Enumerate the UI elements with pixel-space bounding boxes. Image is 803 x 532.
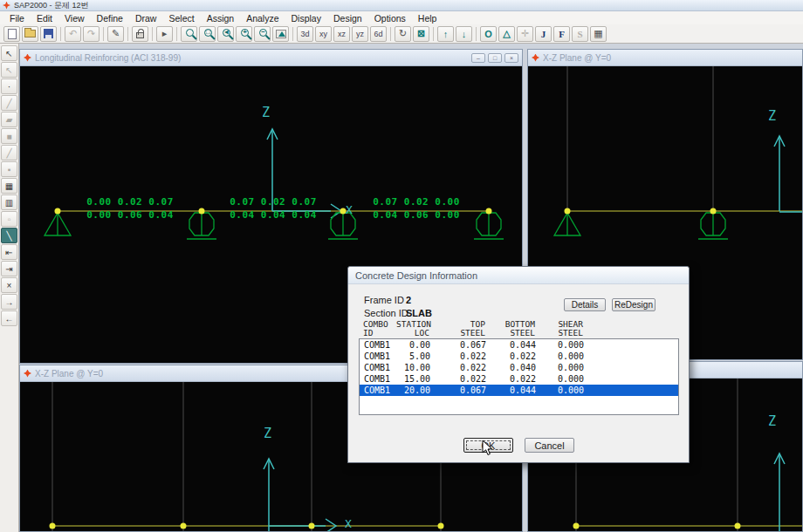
- nudge-right-icon[interactable]: ⇥: [1, 261, 17, 276]
- menu-edit[interactable]: Edit: [31, 13, 58, 24]
- set-display-options-icon[interactable]: ⊠: [413, 26, 429, 42]
- zoom-rubberband-icon[interactable]: [181, 26, 197, 42]
- view-yz-button[interactable]: yz: [352, 26, 368, 42]
- column-header: SHEAR STEEL: [535, 320, 583, 338]
- table-row[interactable]: COMB110.000.0220.0400.000: [360, 362, 678, 373]
- move-up-list-icon[interactable]: ↑: [437, 26, 454, 42]
- zoom-previous-icon[interactable]: ◂: [217, 26, 234, 42]
- menu-define[interactable]: Define: [91, 13, 129, 24]
- window-title: X-Z Plane @ Y=0: [543, 53, 799, 63]
- table-cell: 0.000: [536, 362, 584, 373]
- save-icon[interactable]: [40, 26, 57, 42]
- window-title-bar[interactable]: X-Z Plane @ Y=0: [528, 50, 802, 66]
- design-table[interactable]: COMB10.000.0670.0440.000COMB15.000.0220.…: [359, 338, 679, 415]
- cancel-button[interactable]: Cancel: [525, 438, 574, 453]
- menu-help[interactable]: Help: [412, 13, 443, 24]
- assign-restraint-icon[interactable]: △: [498, 26, 515, 42]
- menu-view[interactable]: View: [58, 13, 91, 24]
- maximize-icon[interactable]: □: [488, 53, 502, 63]
- joint-label-button[interactable]: J: [535, 26, 552, 42]
- quick-frame-tool-icon[interactable]: ╱: [1, 145, 17, 160]
- menu-design[interactable]: Design: [327, 13, 368, 24]
- table-row[interactable]: COMB15.000.0220.0220.000: [360, 351, 678, 362]
- dialog-title-bar[interactable]: Concrete Design Information: [348, 267, 689, 284]
- menu-analyze[interactable]: Analyze: [240, 13, 285, 24]
- minimize-icon[interactable]: –: [471, 53, 485, 63]
- column-header: STATION LOC: [396, 320, 429, 338]
- pin-support-icon: [45, 213, 71, 235]
- zoom-previous-icon: ◂: [223, 29, 230, 37]
- zoom-out-icon[interactable]: −: [254, 26, 271, 42]
- view-xz-button[interactable]: xz: [333, 26, 350, 42]
- step-back-icon[interactable]: ←: [1, 310, 17, 326]
- details-button[interactable]: Details: [564, 298, 606, 311]
- table-cell: 0.022: [486, 351, 536, 362]
- rotate-view-icon[interactable]: ↻: [395, 26, 411, 42]
- refresh-pencil-icon: ✎: [112, 28, 120, 39]
- close-icon[interactable]: ×: [504, 53, 518, 63]
- grid-display-icon[interactable]: ▦: [590, 26, 607, 42]
- table-cell: 5.00: [397, 351, 430, 362]
- draw-frame-tool-icon[interactable]: ╱: [1, 95, 17, 111]
- side-toolbar: ↖↖·╱▰■╱▪▦▥▫╲⇤⇥×→←: [0, 44, 19, 532]
- draw-joint-icon[interactable]: O: [480, 26, 497, 42]
- draw-point-tool-icon[interactable]: ·: [1, 78, 17, 94]
- delete-selection-icon[interactable]: ×: [1, 277, 17, 293]
- new-model-icon[interactable]: [3, 26, 20, 42]
- view-xz-button: xz: [338, 30, 346, 38]
- draw-poly-area-tool-icon[interactable]: ▰: [1, 112, 17, 127]
- pan-icon[interactable]: [272, 26, 289, 42]
- open-file-icon[interactable]: [22, 26, 38, 42]
- assign-spring-icon[interactable]: ✛: [517, 26, 533, 42]
- snap-to-point-icon[interactable]: ▥: [1, 194, 17, 210]
- menu-options[interactable]: Options: [368, 13, 412, 24]
- zoom-full-icon[interactable]: □: [199, 26, 216, 42]
- menu-select[interactable]: Select: [162, 13, 200, 24]
- refresh-pencil-icon[interactable]: ✎: [107, 26, 124, 42]
- menu-assign[interactable]: Assign: [201, 13, 241, 24]
- frame-label-button[interactable]: F: [553, 26, 570, 42]
- draw-rect-area-tool-icon[interactable]: ■: [1, 128, 17, 144]
- snap-to-grid-icon[interactable]: ▦: [1, 178, 17, 194]
- toolbar-separator: [476, 27, 477, 41]
- table-cell: 0.022: [430, 373, 486, 385]
- view-xy-button[interactable]: xy: [315, 26, 332, 42]
- app-title-bar[interactable]: SAP2000 - 문제 12번: [0, 0, 803, 11]
- table-cell: 0.040: [486, 362, 536, 373]
- lock-model-icon[interactable]: [132, 26, 148, 42]
- menu-bar: FileEditViewDefineDrawSelectAssignAnalyz…: [0, 11, 803, 24]
- z-axis-label: Z: [768, 110, 776, 123]
- zoom-out-icon: −: [259, 29, 267, 37]
- move-up-list-icon: ↑: [443, 29, 449, 39]
- run-analysis-icon[interactable]: ▸: [156, 26, 173, 42]
- redo-icon[interactable]: ↷: [83, 26, 100, 42]
- view-perspective-button[interactable]: 6d: [370, 26, 387, 42]
- concrete-design-information-dialog: Concrete Design Information Frame ID 2 S…: [347, 266, 690, 463]
- shell-label-button[interactable]: S: [572, 26, 588, 42]
- dialog-body: Frame ID 2 Section ID SLAB Details ReDes…: [348, 284, 689, 463]
- move-down-list-icon[interactable]: ↓: [456, 26, 472, 42]
- nudge-left-icon[interactable]: ⇤: [1, 244, 17, 260]
- select-object-tool-icon[interactable]: ↖: [1, 62, 17, 78]
- redesign-button[interactable]: ReDesign: [612, 298, 655, 311]
- table-row[interactable]: COMB115.000.0220.0220.000: [360, 373, 678, 385]
- snap-diagonal-icon[interactable]: ╲: [1, 228, 17, 243]
- sap2000-app-icon: [3, 2, 10, 10]
- window-title-bar[interactable]: Longitudinal Reinforcing (ACI 318-99) – …: [20, 50, 522, 66]
- zoom-in-icon[interactable]: +: [236, 26, 252, 42]
- quick-point-tool-icon[interactable]: ▪: [1, 161, 17, 177]
- menu-draw[interactable]: Draw: [129, 13, 163, 24]
- table-row[interactable]: COMB120.000.0670.0440.000: [360, 385, 678, 396]
- menu-file[interactable]: File: [3, 13, 31, 24]
- undo-icon[interactable]: ↶: [65, 26, 81, 42]
- pointer-tool-icon[interactable]: ↖: [1, 45, 17, 61]
- table-row[interactable]: COMB10.000.0670.0440.000: [360, 339, 678, 351]
- pin-support-icon: [554, 213, 580, 235]
- snap-to-line-icon[interactable]: ▫: [1, 211, 17, 227]
- new-model-icon: [8, 29, 17, 39]
- table-cell: 0.000: [536, 351, 584, 362]
- view-3d-button[interactable]: 3d: [297, 26, 313, 42]
- step-forward-icon[interactable]: →: [1, 294, 17, 310]
- toolbar-separator: [390, 27, 391, 41]
- menu-display[interactable]: Display: [285, 13, 327, 24]
